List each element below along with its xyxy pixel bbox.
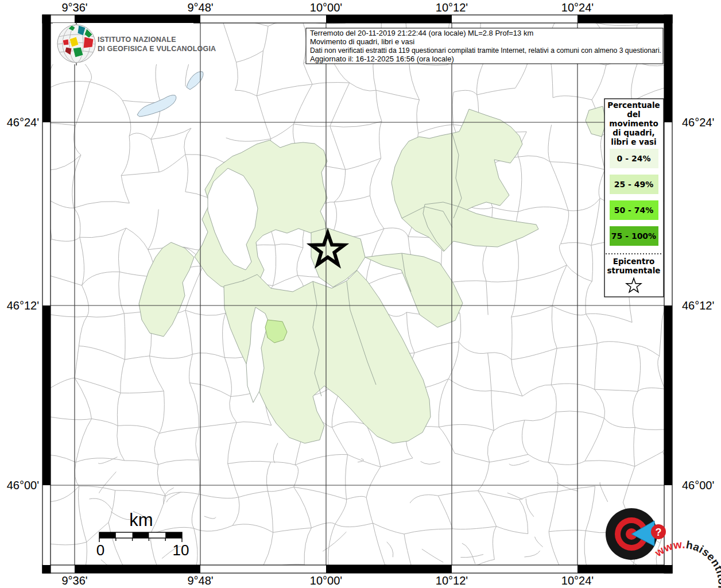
boundary-line bbox=[588, 574, 630, 577]
y-tick-left: 46°12' bbox=[7, 299, 39, 312]
x-tick-bottom: 9°36' bbox=[61, 574, 87, 587]
boundary-line bbox=[84, 576, 129, 577]
boundary-line bbox=[672, 84, 680, 123]
scale-end-label: 10 bbox=[173, 541, 189, 559]
x-tick-bottom: 10°12' bbox=[436, 574, 468, 587]
legend-label-0-24: 0 - 24% bbox=[617, 154, 651, 163]
info-line-updated: Aggiornato il: 16-12-2025 16:56 (ora loc… bbox=[310, 55, 454, 63]
x-tick-bottom: 9°48' bbox=[187, 574, 213, 587]
y-tick-right: 46°00' bbox=[682, 479, 714, 492]
x-tick-top: 10°24' bbox=[561, 1, 594, 14]
y-tick-right: 46°12' bbox=[682, 299, 714, 312]
question-mark: ? bbox=[656, 527, 662, 538]
x-tick-top: 10°12' bbox=[436, 1, 468, 14]
legend-title-line: del bbox=[627, 110, 640, 119]
y-tick-right: 46°24' bbox=[682, 116, 714, 129]
ingv-name-line1: ISTITUTO NAZIONALE bbox=[98, 36, 176, 44]
event-info-box: Terremoto del 20-11-2019 21:22:44 (ora l… bbox=[306, 28, 663, 64]
boundary-line bbox=[129, 576, 162, 577]
map-canvas: 9°36' 9°48' 10°00' 10°12' 10°24' 9°36' 9… bbox=[0, 0, 721, 588]
ingv-logo: ISTITUTO NAZIONALE DI GEOFISICA E VULCAN… bbox=[53, 22, 216, 65]
legend-label-75-100: 75 - 100% bbox=[611, 231, 656, 241]
y-tick-left: 46°24' bbox=[7, 116, 39, 129]
boundary-line bbox=[40, 313, 41, 359]
ingv-name-line2: DI GEOFISICA E VULCANOLOGIA bbox=[98, 45, 216, 53]
legend: Percentuale del movimento di quadri, lib… bbox=[604, 99, 664, 297]
legend-epicenter-line1: Epicentro bbox=[613, 257, 655, 266]
macroseismic-map-page: 9°36' 9°48' 10°00' 10°12' 10°24' 9°36' 9… bbox=[0, 0, 721, 588]
legend-label-50-74: 50 - 74% bbox=[614, 206, 654, 215]
legend-title-line: movimento bbox=[609, 119, 658, 128]
info-line-effects: Movimento di quadri, libri e vasi bbox=[310, 37, 414, 46]
scale-start-label: 0 bbox=[96, 541, 104, 559]
legend-epicenter-line2: strumentale bbox=[607, 266, 661, 275]
x-tick-top: 10°00' bbox=[310, 1, 342, 14]
legend-title-line: libri e vasi bbox=[611, 137, 656, 146]
legend-label-25-49: 25 - 49% bbox=[614, 180, 654, 189]
boundary-line bbox=[38, 394, 41, 415]
x-tick-bottom: 10°24' bbox=[561, 574, 594, 587]
boundary-line bbox=[40, 359, 41, 394]
boundary-line bbox=[40, 273, 42, 313]
legend-title-line: di quadri, bbox=[613, 128, 654, 137]
legend-title-line: Percentuale bbox=[607, 100, 660, 110]
info-line-source: Dati non verificati estratti da 119 ques… bbox=[310, 46, 661, 55]
y-tick-left: 46°00' bbox=[7, 479, 39, 492]
boundary-line bbox=[37, 415, 39, 455]
x-tick-top: 9°48' bbox=[187, 1, 213, 14]
scale-unit-label: km bbox=[129, 510, 153, 530]
boundary-line bbox=[380, 12, 405, 14]
x-tick-bottom: 10°00' bbox=[310, 574, 342, 587]
info-line-event: Terremoto del 20-11-2019 21:22:44 (ora l… bbox=[310, 29, 533, 37]
x-tick-top: 9°36' bbox=[61, 1, 87, 14]
